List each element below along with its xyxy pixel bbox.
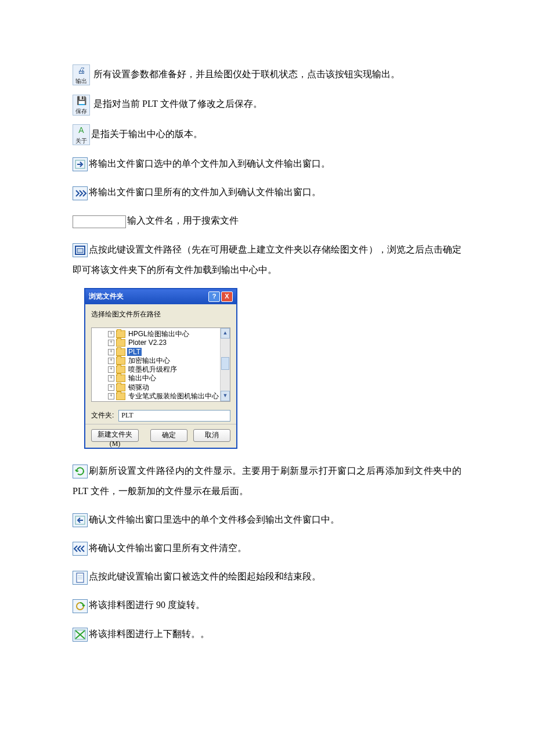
dialog-instruction: 选择绘图文件所在路径 bbox=[91, 310, 230, 319]
icon-label: 保存 bbox=[73, 109, 89, 114]
glyph: A bbox=[73, 126, 89, 134]
folder-name: Ploter V2.23 bbox=[127, 339, 168, 347]
doc-line: 🖨输出 所有设置参数都准备好，并且绘图仪处于联机状态，点击该按钮实现输出。 bbox=[73, 64, 461, 85]
doc-line: 将输出文件窗口选中的单个文件加入到确认文件输出窗口。 bbox=[73, 153, 461, 174]
description-text: 将该排料图进行上下翻转。。 bbox=[89, 629, 210, 639]
svg-rect-4 bbox=[77, 573, 84, 582]
tree-item[interactable]: +PLT bbox=[92, 347, 230, 356]
dialog-title: 浏览文件夹 bbox=[89, 292, 124, 301]
tree-item[interactable]: +输出中心 bbox=[92, 374, 230, 383]
tree-item[interactable]: +HPGL绘图输出中心 bbox=[92, 330, 230, 339]
arrow-right-all-icon[interactable] bbox=[73, 186, 88, 200]
description-text: 确认文件输出窗口里选中的单个文件移会到输出文件窗口中。 bbox=[89, 514, 340, 524]
tree-item[interactable]: +Ploter V2.23 bbox=[92, 339, 230, 347]
icon-label: 关于 bbox=[73, 138, 89, 144]
doc-line: 将确认文件输出窗口里所有文件清空。 bbox=[73, 538, 461, 558]
new-folder-button[interactable]: 新建文件夹(M) bbox=[91, 429, 139, 442]
tree-item[interactable]: +锁驱动 bbox=[92, 383, 230, 391]
description-text: 点按此键设置输出窗口被选文件的绘图起始段和结束段。 bbox=[89, 571, 321, 581]
arrow-left-icon[interactable] bbox=[73, 513, 88, 527]
tree-item[interactable]: +喷墨机升级程序 bbox=[92, 365, 230, 374]
description-text: 将输出文件窗口选中的单个文件加入到确认文件输出窗口。 bbox=[89, 159, 330, 168]
description-text: 将输出文件窗口里所有的文件加入到确认文件输出窗口。 bbox=[89, 187, 321, 197]
folder-field-input[interactable] bbox=[118, 410, 230, 422]
folder-name: 锁驱动 bbox=[127, 383, 150, 391]
doc-line: A关于是指关于输出中心的版本。 bbox=[73, 124, 461, 145]
folder-name: 输出中心 bbox=[127, 374, 157, 382]
tree-item[interactable]: +专业笔式服装绘图机输出中心 bbox=[92, 392, 230, 401]
browse-folder-icon[interactable] bbox=[73, 243, 88, 257]
arrow-left-all-icon[interactable] bbox=[73, 542, 88, 556]
printer-icon[interactable]: 🖨输出 bbox=[73, 64, 90, 85]
doc-line: 将该排料图进行 90 度旋转。 bbox=[73, 595, 461, 615]
doc-line: 刷新所设置文件路径内的文件显示。主要用于刷新显示打开窗口之后再添加到文件夹中的 … bbox=[73, 460, 461, 501]
folder-name: PLT bbox=[127, 348, 142, 356]
doc-line: 点按此键设置输出窗口被选文件的绘图起始段和结束段。 bbox=[73, 566, 461, 586]
description-text: 所有设置参数都准备好，并且绘图仪处于联机状态，点击该按钮实现输出。 bbox=[91, 69, 400, 79]
folder-name: 专业笔式服装绘图机输出中心 bbox=[127, 392, 220, 400]
description-text: 刷新所设置文件路径内的文件显示。主要用于刷新显示打开窗口之后再添加到文件夹中的 … bbox=[73, 466, 461, 496]
help-button[interactable]: ? bbox=[208, 291, 220, 302]
browse-folder-dialog: 浏览文件夹?X选择绘图文件所在路径+HPGL绘图输出中心+Ploter V2.2… bbox=[84, 288, 237, 449]
glyph: 💾 bbox=[73, 96, 89, 105]
folder-name: 加密输出中心 bbox=[127, 357, 171, 365]
description-text: 输入文件名，用于搜索文件 bbox=[127, 215, 239, 225]
scrollbar[interactable]: ▲▼ bbox=[220, 328, 230, 401]
description-text: 点按此键设置文件路径（先在可用硬盘上建立文件夹以存储绘图文件），浏览之后点击确定… bbox=[73, 244, 461, 275]
description-text: 将该排料图进行 90 度旋转。 bbox=[89, 600, 205, 610]
tree-item[interactable]: +加密输出中心 bbox=[92, 357, 230, 365]
doc-line: 将该排料图进行上下翻转。。 bbox=[73, 624, 461, 644]
doc-line: 点按此键设置文件路径（先在可用硬盘上建立文件夹以存储绘图文件），浏览之后点击确定… bbox=[73, 239, 461, 280]
dialog-titlebar: 浏览文件夹?X bbox=[85, 289, 236, 304]
folder-tree[interactable]: +HPGL绘图输出中心+Ploter V2.23+PLT+加密输出中心+喷墨机升… bbox=[91, 327, 230, 402]
folder-field-label: 文件夹: bbox=[91, 411, 114, 420]
filename-search-input[interactable] bbox=[73, 215, 126, 228]
glyph: 🖨 bbox=[73, 66, 89, 74]
svg-rect-2 bbox=[77, 249, 83, 253]
doc-line: 💾保存 是指对当前 PLT 文件做了修改之后保存。 bbox=[73, 93, 461, 115]
description-text: 是指对当前 PLT 文件做了修改之后保存。 bbox=[91, 99, 262, 109]
rotate-90-icon[interactable] bbox=[73, 599, 88, 613]
ok-button[interactable]: 确定 bbox=[150, 429, 187, 442]
icon-label: 输出 bbox=[73, 78, 89, 84]
refresh-icon[interactable] bbox=[73, 465, 88, 478]
doc-line: 输入文件名，用于搜索文件 bbox=[73, 210, 461, 231]
flip-vertical-icon[interactable] bbox=[73, 628, 88, 642]
folder-name: 喷墨机升级程序 bbox=[127, 365, 178, 373]
doc-line: 将输出文件窗口里所有的文件加入到确认文件输出窗口。 bbox=[73, 182, 461, 202]
description-text: 是指关于输出中心的版本。 bbox=[91, 129, 203, 139]
save-icon[interactable]: 💾保存 bbox=[73, 95, 90, 116]
doc-line: 确认文件输出窗口里选中的单个文件移会到输出文件窗口中。 bbox=[73, 509, 461, 530]
arrow-right-icon[interactable] bbox=[73, 157, 88, 171]
description-text: 将确认文件输出窗口里所有文件清空。 bbox=[89, 543, 247, 553]
cancel-button[interactable]: 取消 bbox=[193, 429, 230, 442]
folder-name: HPGL绘图输出中心 bbox=[127, 330, 190, 338]
segments-icon[interactable] bbox=[73, 571, 88, 585]
about-icon[interactable]: A关于 bbox=[73, 124, 90, 145]
close-button[interactable]: X bbox=[221, 291, 233, 302]
